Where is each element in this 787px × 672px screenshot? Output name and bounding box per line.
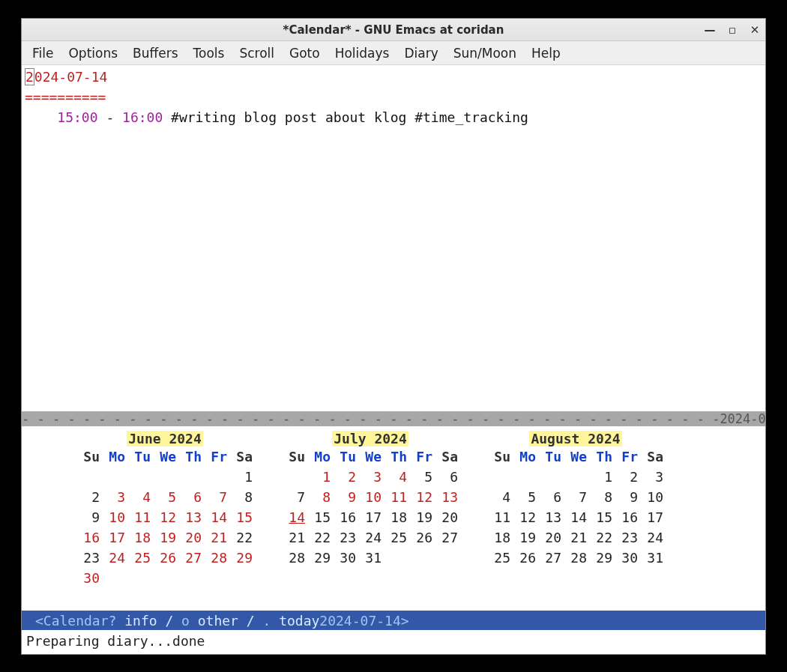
calendar-day[interactable]: 31 [639, 548, 665, 568]
calendar-day[interactable]: 5 [152, 487, 178, 507]
calendar-day[interactable]: 12 [408, 487, 434, 507]
calendar-day[interactable]: 20 [178, 527, 203, 548]
calendar-day[interactable]: 11 [383, 487, 408, 507]
calendar-day[interactable]: 19 [512, 527, 537, 548]
calendar-day[interactable]: 12 [512, 507, 537, 527]
calendar-day[interactable]: 16 [614, 507, 639, 527]
maximize-icon[interactable]: ▫ [726, 24, 738, 36]
calendar-day[interactable]: 10 [639, 487, 665, 507]
calendar-day[interactable]: 25 [486, 548, 512, 568]
close-icon[interactable]: ✕ [749, 24, 761, 36]
menu-goto[interactable]: Goto [282, 43, 328, 64]
calendar-day[interactable]: 4 [486, 487, 512, 507]
calendar-day[interactable]: 26 [152, 548, 178, 568]
calendar-area[interactable]: June 2024SuMoTuWeThFrSa12345678910111213… [22, 426, 765, 611]
calendar-day[interactable]: 8 [307, 487, 332, 507]
calendar-day[interactable]: 13 [537, 507, 563, 527]
calendar-day[interactable]: 19 [408, 507, 434, 527]
calendar-day[interactable]: 14 [563, 507, 588, 527]
calendar-day[interactable]: 24 [101, 548, 127, 568]
calendar-day[interactable]: 21 [563, 527, 588, 548]
calendar-day[interactable]: 20 [434, 507, 459, 527]
calendar-day[interactable]: 23 [76, 548, 101, 568]
calendar-day[interactable]: 14 [281, 507, 307, 527]
calendar-day[interactable]: 4 [383, 467, 408, 487]
calendar-day[interactable]: 29 [307, 548, 332, 568]
calendar-day[interactable]: 13 [434, 487, 459, 507]
calendar-day[interactable]: 10 [101, 507, 127, 527]
calendar-day[interactable]: 12 [152, 507, 178, 527]
menu-options[interactable]: Options [61, 43, 125, 64]
calendar-day[interactable]: 26 [512, 548, 537, 568]
calendar-day[interactable]: 11 [486, 507, 512, 527]
calendar-day[interactable]: 20 [537, 527, 563, 548]
calendar-day[interactable]: 16 [332, 507, 358, 527]
calendar-day[interactable]: 29 [229, 548, 254, 568]
menu-help[interactable]: Help [524, 43, 568, 64]
calendar-day[interactable]: 3 [101, 487, 127, 507]
calendar-day[interactable]: 24 [639, 527, 665, 548]
calendar-day[interactable]: 26 [408, 527, 434, 548]
menu-tools[interactable]: Tools [186, 43, 232, 64]
hint-key-info[interactable]: ? [109, 613, 117, 629]
calendar-day[interactable]: 8 [229, 487, 254, 507]
menu-scroll[interactable]: Scroll [232, 43, 282, 64]
calendar-day[interactable]: 27 [537, 548, 563, 568]
calendar-day[interactable]: 7 [203, 487, 229, 507]
calendar-day[interactable]: 3 [358, 467, 383, 487]
menu-buffers[interactable]: Buffers [125, 43, 185, 64]
calendar-day[interactable]: 6 [178, 487, 203, 507]
calendar-day[interactable]: 24 [358, 527, 383, 548]
calendar-day[interactable]: 1 [588, 467, 614, 487]
calendar-day[interactable]: 22 [588, 527, 614, 548]
calendar-day[interactable]: 10 [358, 487, 383, 507]
calendar-day[interactable]: 23 [332, 527, 358, 548]
calendar-day[interactable]: 30 [332, 548, 358, 568]
calendar-day[interactable]: 5 [512, 487, 537, 507]
calendar-day[interactable]: 28 [281, 548, 307, 568]
calendar-day[interactable]: 22 [229, 527, 254, 548]
calendar-day[interactable]: 8 [588, 487, 614, 507]
calendar-day[interactable]: 9 [332, 487, 358, 507]
calendar-day[interactable]: 15 [588, 507, 614, 527]
calendar-day[interactable]: 31 [358, 548, 383, 568]
calendar-day[interactable]: 6 [537, 487, 563, 507]
calendar-day[interactable]: 1 [307, 467, 332, 487]
calendar-day[interactable]: 17 [358, 507, 383, 527]
calendar-day[interactable]: 9 [614, 487, 639, 507]
calendar-day[interactable]: 29 [588, 548, 614, 568]
calendar-day[interactable]: 28 [203, 548, 229, 568]
calendar-day[interactable]: 4 [127, 487, 152, 507]
hint-key-other[interactable]: o [181, 613, 190, 629]
calendar-day[interactable]: 25 [383, 527, 408, 548]
calendar-day[interactable]: 7 [281, 487, 307, 507]
calendar-day[interactable]: 3 [639, 467, 665, 487]
calendar-day[interactable]: 23 [614, 527, 639, 548]
calendar-day[interactable]: 1 [229, 467, 254, 487]
calendar-day[interactable]: 2 [614, 467, 639, 487]
menu-file[interactable]: File [25, 43, 61, 64]
titlebar[interactable]: *Calendar* - GNU Emacs at coridan — ▫ ✕ [22, 19, 765, 41]
calendar-day[interactable]: 17 [639, 507, 665, 527]
calendar-day[interactable]: 9 [76, 507, 101, 527]
calendar-day[interactable]: 25 [127, 548, 152, 568]
calendar-day[interactable]: 27 [434, 527, 459, 548]
calendar-day[interactable]: 21 [281, 527, 307, 548]
menu-diary[interactable]: Diary [396, 43, 445, 64]
calendar-day[interactable]: 22 [307, 527, 332, 548]
calendar-day[interactable]: 6 [434, 467, 459, 487]
calendar-day[interactable]: 2 [332, 467, 358, 487]
calendar-day[interactable]: 5 [408, 467, 434, 487]
calendar-day[interactable]: 15 [229, 507, 254, 527]
calendar-day[interactable]: 18 [383, 507, 408, 527]
calendar-day[interactable]: 7 [563, 487, 588, 507]
calendar-day[interactable]: 13 [178, 507, 203, 527]
menu-sunmoon[interactable]: Sun/Moon [446, 43, 524, 64]
prev-month-button[interactable]: < [35, 613, 43, 629]
calendar-day[interactable]: 18 [127, 527, 152, 548]
calendar-day[interactable]: 28 [563, 548, 588, 568]
next-month-button[interactable]: > [401, 613, 409, 629]
calendar-day[interactable]: 17 [101, 527, 127, 548]
calendar-day[interactable]: 30 [614, 548, 639, 568]
minibuffer[interactable]: Preparing diary...done [22, 630, 765, 653]
